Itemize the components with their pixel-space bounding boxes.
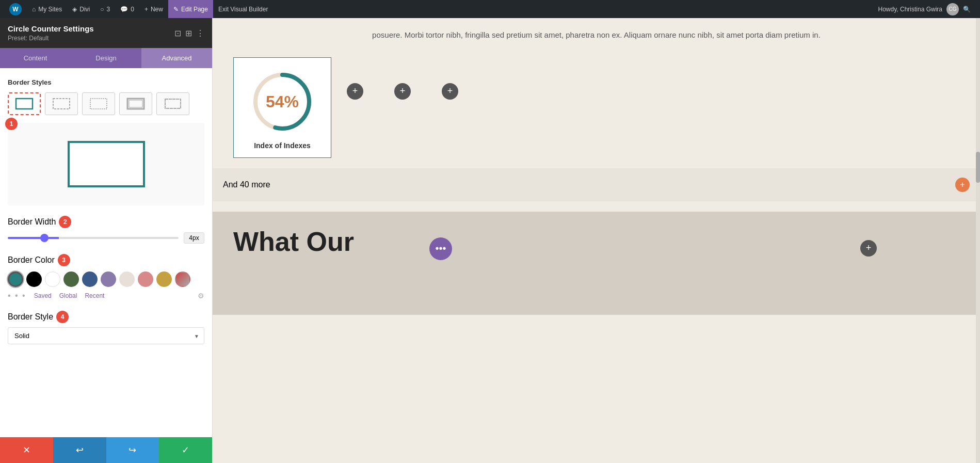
color-tab-saved[interactable]: Saved xyxy=(34,292,52,299)
tab-advanced[interactable]: Advanced xyxy=(141,48,212,68)
topbar-exit-builder[interactable]: Exit Visual Builder xyxy=(213,0,274,18)
color-swatch-beige[interactable] xyxy=(119,272,135,287)
color-swatch-gradient[interactable] xyxy=(175,272,190,287)
home-icon: ⌂ xyxy=(32,6,36,13)
svg-rect-2 xyxy=(90,99,107,109)
color-swatch-pink[interactable] xyxy=(138,272,153,287)
color-swatch-black[interactable] xyxy=(26,272,42,287)
scrollbar[interactable] xyxy=(976,18,980,463)
circle-label: Index of Indexes xyxy=(254,141,311,150)
panel-content: Border Styles xyxy=(0,68,212,437)
border-style-btn-4[interactable] xyxy=(119,92,152,115)
circle-svg-wrapper: 54% xyxy=(249,68,316,135)
border-width-value: 4px xyxy=(184,232,204,244)
border-styles-label: Border Styles xyxy=(8,78,204,86)
body-text: posuere. Morbi tortor nibh, fringilla se… xyxy=(233,28,959,42)
comment-icon: 💬 xyxy=(120,6,128,13)
color-swatch-blue[interactable] xyxy=(82,272,98,287)
undo-button[interactable]: ↩ xyxy=(53,437,106,463)
cancel-button[interactable]: ✕ xyxy=(0,437,53,463)
topbar: W ⌂ My Sites ◈ Divi ○ 3 💬 0 + New ✎ Edit… xyxy=(0,0,980,18)
panel-minimize-button[interactable]: ⊡ xyxy=(174,28,181,38)
panel-controls: ⊡ ⊞ ⋮ xyxy=(174,28,204,38)
step2-badge: 2 xyxy=(59,216,71,228)
color-swatches xyxy=(8,272,204,287)
topbar-my-sites[interactable]: ⌂ My Sites xyxy=(27,0,67,18)
svg-rect-4 xyxy=(129,100,142,107)
border-width-label: Border Width xyxy=(8,217,56,227)
panel-title: Circle Counter Settings xyxy=(8,24,94,33)
dark-plus-button[interactable]: + xyxy=(860,240,877,257)
page-content-area: posuere. Morbi tortor nibh, fringilla se… xyxy=(213,18,980,463)
svg-rect-0 xyxy=(16,99,33,109)
circle-icon: ○ xyxy=(100,6,104,13)
solid-border-icon xyxy=(15,98,34,110)
color-swatch-green[interactable] xyxy=(63,272,79,287)
widgets-row: 54% Index of Indexes + + + xyxy=(233,57,959,158)
border-style-btn-2[interactable] xyxy=(45,92,78,115)
border-icon-3 xyxy=(89,98,108,110)
search-icon[interactable]: 🔍 xyxy=(963,6,971,13)
settings-panel: Circle Counter Settings Preset: Default … xyxy=(0,18,213,463)
save-button[interactable]: ✓ xyxy=(159,437,212,463)
redo-button[interactable]: ↪ xyxy=(106,437,159,463)
color-swatch-gold[interactable] xyxy=(156,272,172,287)
border-style-btn-3[interactable] xyxy=(82,92,115,115)
divi-icon: ◈ xyxy=(72,6,77,13)
color-tab-recent[interactable]: Recent xyxy=(85,292,104,299)
tab-content[interactable]: Content xyxy=(0,48,71,68)
circle-counter-widget: 54% Index of Indexes xyxy=(233,57,331,158)
border-preview-container: 1 xyxy=(8,123,204,205)
add-widget-button-1[interactable]: + xyxy=(347,83,363,100)
color-tab-global[interactable]: Global xyxy=(59,292,77,299)
border-color-section: Border Color 3 • • • Sav xyxy=(8,254,204,300)
border-styles-row xyxy=(8,92,204,115)
add-widget-button-2[interactable]: + xyxy=(394,83,411,100)
step4-badge: 4 xyxy=(56,311,69,323)
border-style-header: Border Style 4 xyxy=(8,311,204,323)
color-swatch-teal[interactable] xyxy=(8,272,23,287)
topbar-comment-count[interactable]: 💬 0 xyxy=(115,0,139,18)
more-dots[interactable]: • • • xyxy=(8,291,26,300)
border-style-select[interactable]: None Solid Dashed Dotted Double Groove R… xyxy=(8,327,204,344)
border-width-section: Border Width 2 4px xyxy=(8,216,204,244)
color-swatch-white[interactable] xyxy=(45,272,60,287)
add-more-button[interactable]: + xyxy=(955,178,970,192)
color-tabs-row: • • • Saved Global Recent ⚙ xyxy=(8,291,204,300)
topbar-edit-page[interactable]: ✎ Edit Page xyxy=(168,0,213,18)
panel-bottom-buttons: ✕ ↩ ↪ ✓ xyxy=(0,437,212,463)
panel-tabs: Content Design Advanced xyxy=(0,48,212,68)
border-style-select-wrapper: None Solid Dashed Dotted Double Groove R… xyxy=(8,327,204,344)
border-color-header: Border Color 3 xyxy=(8,254,204,266)
tab-design[interactable]: Design xyxy=(71,48,141,68)
topbar-wp-icon[interactable]: W xyxy=(4,0,27,18)
topbar-user-info: Howdy, Christina Gwira CG 🔍 xyxy=(873,3,976,15)
circle-percent-text: 54% xyxy=(266,92,299,111)
border-width-slider[interactable] xyxy=(8,237,179,239)
topbar-divi[interactable]: ◈ Divi xyxy=(67,0,95,18)
what-our-title: What Our xyxy=(233,227,354,257)
step1-badge: 1 xyxy=(5,118,18,130)
scroll-thumb[interactable] xyxy=(976,152,980,183)
and-more-text: And 40 more xyxy=(223,180,270,189)
border-style-btn-5[interactable] xyxy=(156,92,189,115)
panel-preset[interactable]: Preset: Default xyxy=(8,35,94,42)
topbar-comments[interactable]: ○ 3 xyxy=(95,0,115,18)
purple-menu-button[interactable]: ••• xyxy=(429,237,452,260)
border-preview-box xyxy=(68,141,145,187)
topbar-new[interactable]: + New xyxy=(139,0,168,18)
panel-menu-button[interactable]: ⋮ xyxy=(196,28,204,38)
slider-row: 4px xyxy=(8,232,204,244)
color-swatch-purple[interactable] xyxy=(101,272,116,287)
border-style-label: Border Style xyxy=(8,312,53,322)
border-style-solid-btn[interactable] xyxy=(8,92,41,115)
border-icon-4 xyxy=(126,98,145,110)
panel-header: Circle Counter Settings Preset: Default … xyxy=(0,18,212,48)
add-widget-button-3[interactable]: + xyxy=(442,83,458,100)
svg-rect-5 xyxy=(165,99,181,108)
pencil-icon: ✎ xyxy=(173,6,179,13)
panel-split-button[interactable]: ⊞ xyxy=(185,28,192,38)
border-color-label: Border Color xyxy=(8,256,55,265)
color-settings-icon[interactable]: ⚙ xyxy=(198,292,204,300)
border-width-header: Border Width 2 xyxy=(8,216,204,228)
